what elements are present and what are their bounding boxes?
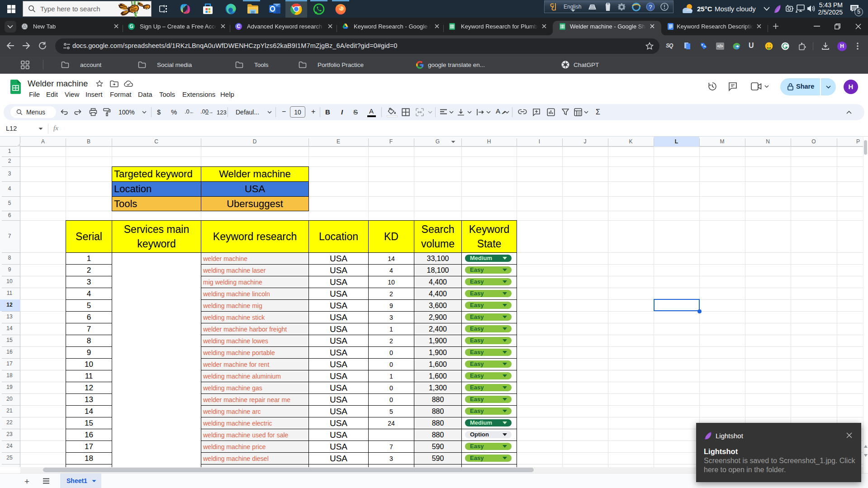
svg-text:?: ? [649, 4, 652, 10]
